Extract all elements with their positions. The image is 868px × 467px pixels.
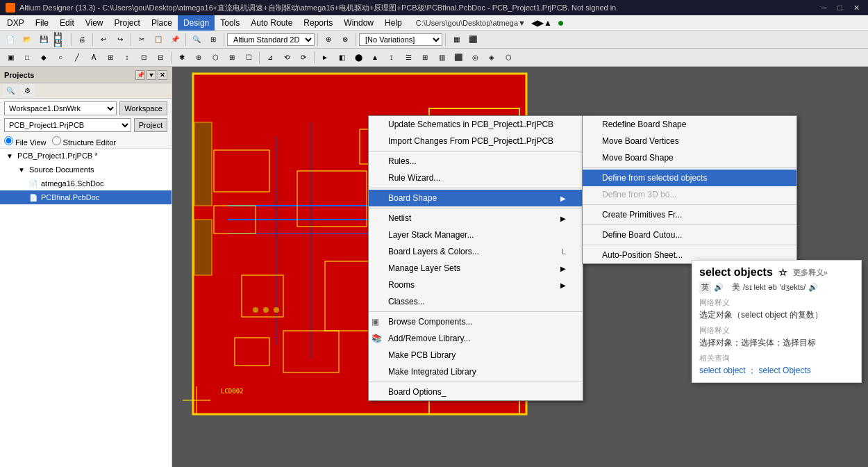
bs-create-primitives[interactable]: Create Primitives Fr... xyxy=(583,206,796,223)
maximize-button[interactable]: □ xyxy=(835,3,845,13)
nav-forward[interactable]: ▶ xyxy=(537,18,544,28)
tb-undo[interactable]: ↩ xyxy=(96,33,111,47)
tb2-btn14[interactable]: ⊞ xyxy=(224,51,240,65)
tb-right1[interactable]: ▦ xyxy=(449,33,464,47)
tb2-btn12[interactable]: ⊕ xyxy=(191,51,206,65)
bs-move-vertices[interactable]: Move Board Vertices xyxy=(583,133,796,149)
bs-redefine[interactable]: Redefine Board Shape xyxy=(583,116,796,133)
tb2-btn5[interactable]: ╱ xyxy=(69,51,85,65)
dm-layer-stack[interactable]: Layer Stack Manager... xyxy=(369,227,583,243)
dm-netlist[interactable]: Netlist ▶ xyxy=(369,210,583,227)
tb-open[interactable]: 📂 xyxy=(19,33,35,47)
tb-redo[interactable]: ↪ xyxy=(112,33,128,47)
tb2-btn6[interactable]: A xyxy=(86,51,101,65)
tb2-btn30[interactable]: ⬡ xyxy=(501,51,516,65)
radio-structure[interactable] xyxy=(52,136,61,145)
dm-classes[interactable]: Classes... xyxy=(369,293,583,310)
tb2-btn15[interactable]: ☐ xyxy=(241,51,256,65)
bs-define-cutout[interactable]: Define Board Cutou... xyxy=(583,227,796,243)
tb-misc2[interactable]: ⊗ xyxy=(337,33,353,47)
tb-save-all[interactable]: 💾💾 xyxy=(53,33,68,47)
tb2-btn11[interactable]: ✱ xyxy=(174,51,190,65)
tb2-btn7[interactable]: ⊞ xyxy=(103,51,118,65)
dm-rooms[interactable]: Rooms ▶ xyxy=(369,277,583,293)
dict-star-icon[interactable]: ☆ xyxy=(778,267,787,278)
menu-file[interactable]: File xyxy=(30,15,54,31)
st-btn2[interactable]: ⚙ xyxy=(19,84,35,98)
bs-move-shape[interactable]: Move Board Shape xyxy=(583,149,796,166)
dm-rules[interactable]: Rules... xyxy=(369,153,583,170)
dict-link2[interactable]: select Objects xyxy=(758,366,810,375)
tb-new[interactable]: 📄 xyxy=(3,33,18,47)
tb-misc1[interactable]: ⊕ xyxy=(321,33,336,47)
tb-save[interactable]: 💾 xyxy=(36,33,51,47)
tb-print[interactable]: 🖨 xyxy=(74,33,90,47)
bs-define-selected[interactable]: Define from selected objects xyxy=(583,170,796,186)
tree-item[interactable]: 📄PCBfinal.PcbDoc xyxy=(0,190,172,204)
project-combo[interactable]: PCB_Project1.PrjPCB xyxy=(4,118,131,132)
dict-more-link[interactable]: 更多释义» xyxy=(793,268,828,278)
radio-fileview[interactable] xyxy=(4,136,13,145)
dm-update-schematics[interactable]: Update Schematics in PCB_Project1.PrjPCB xyxy=(369,116,583,133)
workspace-button[interactable]: Workspace xyxy=(119,101,167,115)
sidebar-pin[interactable]: 📌 xyxy=(135,70,145,80)
tb2-btn26[interactable]: ▥ xyxy=(434,51,449,65)
menu-dxp[interactable]: DXP xyxy=(1,15,30,31)
dict-related-links[interactable]: select object ； select Objects xyxy=(699,365,854,377)
tb-copy[interactable]: 📋 xyxy=(151,33,166,47)
tb2-btn22[interactable]: ▲ xyxy=(367,51,383,65)
tb2-btn18[interactable]: ⟳ xyxy=(296,51,311,65)
workspace-combo[interactable]: Workspace1.DsnWrk xyxy=(4,101,117,115)
dm-add-remove-lib[interactable]: 📚 Add/Remove Library... xyxy=(369,330,583,347)
tree-item[interactable]: ▼Source Documents xyxy=(0,163,172,177)
view-combo[interactable]: Altium Standard 2D xyxy=(227,33,315,46)
dm-import-changes[interactable]: Import Changes From PCB_Project1.PrjPCB xyxy=(369,133,583,149)
tb-zoom[interactable]: 🔍 xyxy=(189,33,204,47)
dm-board-shape[interactable]: Board Shape ▶ xyxy=(369,190,583,206)
tb-zoom-fit[interactable]: ⊞ xyxy=(206,33,221,47)
dm-make-pcb-lib[interactable]: Make PCB Library xyxy=(369,347,583,363)
st-btn1[interactable]: 🔍 xyxy=(3,84,18,98)
tb2-btn1[interactable]: ▣ xyxy=(3,51,18,65)
tb2-btn28[interactable]: ◎ xyxy=(467,51,483,65)
radio-structure-label[interactable]: Structure Editor xyxy=(52,136,116,147)
dm-board-layers[interactable]: Board Layers & Colors... L xyxy=(369,243,583,260)
dict-link1[interactable]: select object xyxy=(699,366,746,375)
tb-cut[interactable]: ✂ xyxy=(134,33,149,47)
nav-up[interactable]: ▲ xyxy=(544,18,552,28)
dm-board-options[interactable]: Board Options_ xyxy=(369,384,583,400)
sidebar-menu[interactable]: ▼ xyxy=(147,70,156,80)
variations-combo[interactable]: [No Variations] xyxy=(359,33,442,46)
tb2-btn2[interactable]: □ xyxy=(19,51,35,65)
titlebar-controls[interactable]: ─ □ ✕ xyxy=(819,3,862,13)
menu-design[interactable]: Design xyxy=(178,15,215,31)
menu-window[interactable]: Window xyxy=(338,15,379,31)
tb2-btn8[interactable]: ↕ xyxy=(119,51,135,65)
bs-define-3d[interactable]: Define from 3D bo... xyxy=(583,186,796,203)
tb2-btn4[interactable]: ○ xyxy=(53,51,68,65)
tb2-btn25[interactable]: ⊞ xyxy=(417,51,433,65)
menu-help[interactable]: Help xyxy=(379,15,408,31)
sidebar-close[interactable]: ✕ xyxy=(158,70,167,80)
tb2-btn17[interactable]: ⟲ xyxy=(279,51,294,65)
tb2-btn21[interactable]: ⬤ xyxy=(351,51,366,65)
nav-back[interactable]: ◀ xyxy=(531,18,537,28)
menu-autoroute[interactable]: Auto Route xyxy=(245,15,298,31)
dm-manage-layers[interactable]: Manage Layer Sets ▶ xyxy=(369,260,583,277)
tb2-btn3[interactable]: ◆ xyxy=(36,51,51,65)
radio-fileview-label[interactable]: File View xyxy=(4,136,47,147)
menu-place[interactable]: Place xyxy=(146,15,178,31)
minimize-button[interactable]: ─ xyxy=(819,3,830,13)
close-button[interactable]: ✕ xyxy=(851,3,862,13)
tb2-btn23[interactable]: ⟟ xyxy=(384,51,399,65)
tb2-btn10[interactable]: ⊟ xyxy=(153,51,168,65)
menu-edit[interactable]: Edit xyxy=(54,15,80,31)
tb-right2[interactable]: ⬛ xyxy=(465,33,481,47)
tb2-btn20[interactable]: ◧ xyxy=(334,51,349,65)
menu-view[interactable]: View xyxy=(80,15,109,31)
menu-tools[interactable]: Tools xyxy=(215,15,245,31)
tb2-btn9[interactable]: ⊡ xyxy=(136,51,151,65)
tb2-btn13[interactable]: ⬡ xyxy=(208,51,223,65)
dict-sound-us[interactable]: 🔊 xyxy=(808,283,818,292)
tb-paste[interactable]: 📌 xyxy=(167,33,183,47)
